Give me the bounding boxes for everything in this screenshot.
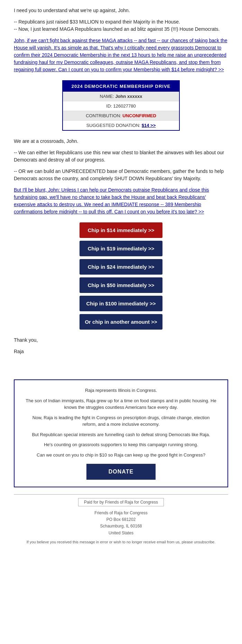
info-box: Raja represents Illinois in Congress. Th… xyxy=(14,379,228,487)
info-line-3: Now, Raja is leading the fight in Congre… xyxy=(25,414,217,428)
main-content: I need you to understand what we're up a… xyxy=(0,0,242,372)
card-contribution-row: CONTRIBUTION: UNCONFIRMED xyxy=(63,111,179,121)
info-line-1: Raja represents Illinois in Congress. xyxy=(25,387,217,394)
card-suggested-row: SUGGESTED DONATION: $14 >> xyxy=(63,121,179,130)
footer-paid-section: Paid for by Friends of Raja for Congress xyxy=(14,498,228,506)
card-id-label: ID: xyxy=(106,103,112,109)
intro-line-3: -- Now, I just learned MAGA Republicans … xyxy=(14,26,220,32)
footer-divider xyxy=(14,494,228,495)
intro-line-2: -- Republicans just raised $33 MILLION t… xyxy=(14,19,180,25)
chip-24-button[interactable]: Chip in $24 immediately >> xyxy=(80,259,162,275)
unsubscribe-text: If you believe you received this message… xyxy=(27,540,216,544)
membership-card: 2024 DEMOCRATIC MEMBERSHIP DRIVE NAME: J… xyxy=(62,80,180,131)
chip-19-button[interactable]: Chip in $19 immediately >> xyxy=(80,241,162,256)
card-id-row: ID: 126027780 xyxy=(63,101,179,111)
intro-line-1: I need you to understand what we're up a… xyxy=(14,7,228,14)
blue-link-2[interactable]: But I'll be blunt, John: Unless I can he… xyxy=(14,187,209,214)
para3: -- OR we can build an UNPRECEDENTED base… xyxy=(14,168,228,182)
thank-you-text: Thank you, xyxy=(14,337,228,344)
paid-for-box: Paid for by Friends of Raja for Congress xyxy=(78,498,164,506)
card-name-label: NAME: xyxy=(100,94,114,99)
footer-city-state: Schaumburg, IL 60168 xyxy=(100,524,142,528)
donation-buttons: Chip in $14 immediately >> Chip in $19 i… xyxy=(14,222,228,330)
intro-line-2-3: -- Republicans just raised $33 MILLION t… xyxy=(14,18,228,33)
footer-po-box: PO Box 681202 xyxy=(106,517,136,522)
thank-you-section: Thank you, Raja xyxy=(14,337,228,355)
footer-country: United States xyxy=(109,531,133,535)
card-suggested-label: SUGGESTED DONATION: xyxy=(86,123,141,128)
footer-org: Friends of Raja for Congress xyxy=(94,510,147,515)
chip-other-button[interactable]: Or chip in another amount >> xyxy=(80,314,162,330)
card-contribution-value: UNCONFIRMED xyxy=(122,113,156,118)
info-line-2: The son of Indian immigrants, Raja grew … xyxy=(25,397,217,411)
donate-button[interactable]: DONATE xyxy=(86,464,156,480)
chip-14-button[interactable]: Chip in $14 immediately >> xyxy=(80,222,162,238)
info-line-4: But Republican special interests are fun… xyxy=(25,431,217,438)
info-line-5: He's counting on grassroots supporters t… xyxy=(25,441,217,448)
footer-address: Friends of Raja for Congress PO Box 6812… xyxy=(14,510,228,536)
para1: We are at a crossroads, John. xyxy=(14,138,228,145)
card-name-row: NAME: John xxxxxx xyxy=(63,92,179,101)
footer-unsubscribe: If you believe you received this message… xyxy=(14,540,228,544)
blue-link-1[interactable]: John, if we can't fight back against the… xyxy=(14,38,227,72)
card-id-value: 126027780 xyxy=(113,103,136,109)
card-name-value: John xxxxxx xyxy=(115,94,142,99)
chip-100-button[interactable]: Chip in $100 immediately >> xyxy=(80,296,162,311)
card-contribution-label: CONTRIBUTION: xyxy=(86,113,121,118)
para2: -- We can either let Republicans use thi… xyxy=(14,149,228,164)
signature: Raja xyxy=(14,348,228,355)
info-line-6: Can we count on you to chip in $10 so Ra… xyxy=(25,452,217,459)
card-suggested-link[interactable]: $14 >> xyxy=(142,123,156,128)
card-header: 2024 DEMOCRATIC MEMBERSHIP DRIVE xyxy=(63,81,179,92)
chip-50-button[interactable]: Chip in $50 immediately >> xyxy=(80,277,162,293)
